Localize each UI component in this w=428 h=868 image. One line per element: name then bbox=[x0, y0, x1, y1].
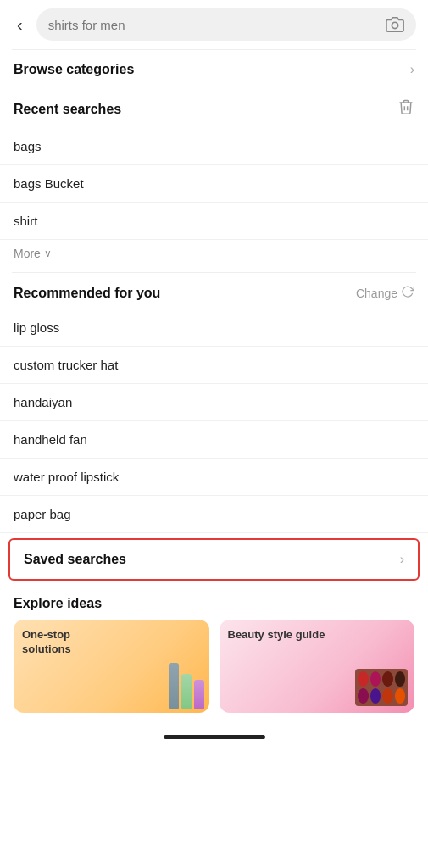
refresh-icon bbox=[401, 285, 414, 301]
search-bar[interactable] bbox=[36, 8, 416, 41]
rec-item-lipstick[interactable]: water proof lipstick bbox=[0, 459, 428, 496]
delete-recent-icon[interactable] bbox=[397, 98, 414, 120]
recommended-title: Recommended for you bbox=[14, 286, 160, 301]
dot-7 bbox=[382, 688, 393, 704]
svg-point-0 bbox=[392, 22, 397, 28]
card-two-label: Beauty style guide bbox=[220, 620, 334, 651]
card-one-image bbox=[150, 641, 209, 713]
bottles-illustration bbox=[169, 663, 209, 713]
dot-4 bbox=[395, 671, 406, 687]
palette-box bbox=[355, 669, 408, 706]
bottle-3 bbox=[194, 680, 204, 709]
browse-categories-chevron: › bbox=[410, 62, 414, 77]
saved-searches-title: Saved searches bbox=[24, 552, 126, 567]
dot-8 bbox=[395, 688, 406, 704]
more-button[interactable]: More ∨ bbox=[0, 240, 428, 272]
explore-card-one-stop[interactable]: One-stop solutions bbox=[14, 620, 209, 713]
dot-3 bbox=[382, 671, 393, 687]
change-label: Change bbox=[356, 287, 397, 300]
palette-illustration bbox=[355, 669, 414, 713]
top-bar: ‹ bbox=[0, 0, 428, 49]
browse-categories-row[interactable]: Browse categories › bbox=[0, 50, 428, 86]
browse-categories-title: Browse categories bbox=[14, 62, 134, 77]
explore-card-beauty[interactable]: Beauty style guide bbox=[220, 620, 415, 713]
rec-item-trucker-hat[interactable]: custom trucker hat bbox=[0, 347, 428, 384]
bottom-bar bbox=[0, 726, 428, 744]
bottle-2 bbox=[181, 674, 192, 709]
search-input[interactable] bbox=[48, 18, 379, 32]
home-indicator bbox=[164, 735, 265, 739]
recent-item-shirt[interactable]: shirt bbox=[0, 203, 428, 240]
camera-icon[interactable] bbox=[386, 15, 404, 34]
recent-item-bags[interactable]: bags bbox=[0, 128, 428, 165]
recommended-header: Recommended for you Change bbox=[0, 273, 428, 309]
bottle-1 bbox=[169, 663, 179, 709]
change-button[interactable]: Change bbox=[356, 285, 414, 301]
dot-1 bbox=[358, 671, 369, 687]
more-chevron-icon: ∨ bbox=[44, 248, 52, 259]
dot-5 bbox=[358, 688, 369, 704]
back-button[interactable]: ‹ bbox=[12, 12, 28, 38]
recent-searches-title: Recent searches bbox=[14, 102, 121, 117]
rec-item-lip-gloss[interactable]: lip gloss bbox=[0, 309, 428, 347]
rec-item-handaiyan[interactable]: handaiyan bbox=[0, 384, 428, 421]
dot-2 bbox=[370, 671, 381, 687]
explore-cards: One-stop solutions Beauty style guide bbox=[0, 620, 428, 726]
more-label: More bbox=[14, 247, 41, 260]
recent-item-bags-bucket[interactable]: bags Bucket bbox=[0, 165, 428, 203]
card-two-image bbox=[355, 641, 414, 713]
explore-title: Explore ideas bbox=[0, 586, 428, 620]
card-one-label: One-stop solutions bbox=[14, 620, 131, 665]
recent-searches-header: Recent searches bbox=[0, 86, 428, 128]
saved-searches-row[interactable]: Saved searches › bbox=[8, 538, 420, 581]
saved-searches-chevron: › bbox=[400, 552, 404, 567]
dot-6 bbox=[370, 688, 381, 704]
rec-item-handheld-fan[interactable]: handheld fan bbox=[0, 421, 428, 459]
rec-item-paper-bag[interactable]: paper bag bbox=[0, 496, 428, 533]
